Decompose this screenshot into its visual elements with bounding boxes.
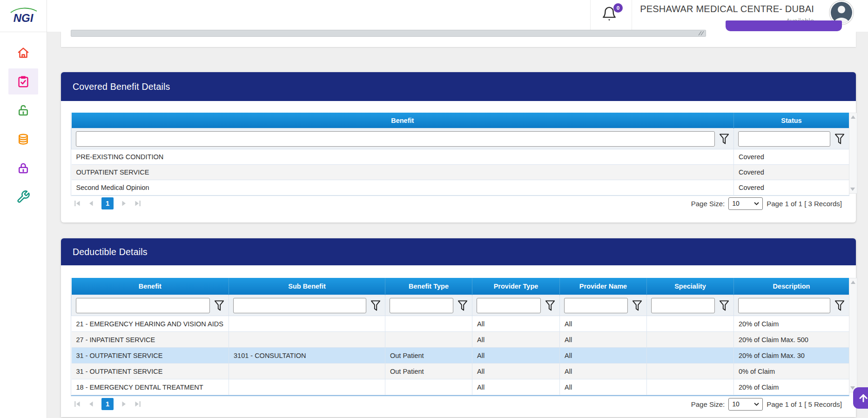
- column-header-provider-type[interactable]: Provider Type: [472, 278, 560, 295]
- lock-icon: [16, 161, 30, 175]
- filter-button[interactable]: [834, 133, 845, 145]
- last-page-button[interactable]: [134, 400, 141, 408]
- page-size-select[interactable]: 10: [728, 197, 763, 210]
- filter-button[interactable]: [719, 133, 729, 145]
- next-page-button[interactable]: [120, 200, 128, 207]
- table-cell: Second Medical Opinion: [72, 180, 734, 196]
- table-cell: Out Patient: [385, 348, 472, 364]
- app-logo[interactable]: NGI: [0, 0, 47, 32]
- filter-button[interactable]: [632, 300, 642, 311]
- arrow-up-icon: [857, 392, 868, 404]
- page-size-select[interactable]: 10: [728, 398, 763, 411]
- table-row[interactable]: 31 - OUTPATIENT SERVICEOut PatientAllAll…: [72, 364, 849, 379]
- table-row[interactable]: 21 - EMERGENCY HEARING AND VISION AIDSAl…: [72, 316, 849, 332]
- sub-benefit-filter-input[interactable]: [233, 298, 366, 313]
- prev-page-button[interactable]: [87, 200, 95, 207]
- scroll-up-arrow-icon[interactable]: [851, 115, 855, 119]
- description-filter-input[interactable]: [738, 298, 830, 313]
- table-row[interactable]: PRE-EXISTING CONDITIONCovered: [72, 149, 849, 165]
- table-row[interactable]: 18 - EMERGENCY DENTAL TREATMENTAllAll20%…: [72, 379, 849, 395]
- covered-benefit-details-card: Covered Benefit Details BenefitStatusPRE…: [61, 72, 856, 222]
- funnel-icon: [719, 133, 729, 145]
- column-header-sub-benefit[interactable]: Sub Benefit: [229, 278, 385, 295]
- horizontal-scrollbar[interactable]: [71, 30, 706, 37]
- provider-name-filter-input[interactable]: [564, 298, 628, 313]
- purple-button-fragment[interactable]: [726, 20, 842, 31]
- sidebar-item-benefits[interactable]: [8, 68, 38, 94]
- filter-cell-description: [734, 295, 849, 316]
- first-page-button[interactable]: [74, 400, 81, 408]
- scroll-down-arrow-icon[interactable]: [850, 188, 855, 191]
- column-header-speciality[interactable]: Speciality: [647, 278, 734, 295]
- benefit-filter-input[interactable]: [76, 131, 715, 147]
- table-cell: [385, 332, 472, 348]
- speciality-filter-input[interactable]: [651, 298, 715, 313]
- next-page-button[interactable]: [120, 400, 128, 408]
- column-header-benefit-type[interactable]: Benefit Type: [385, 278, 472, 295]
- vertical-scrollbar[interactable]: [849, 278, 857, 392]
- pagination-bar: 1 Page Size: 10 Page 1 of 1 [ 5 Records]: [71, 395, 848, 413]
- filter-cell-provider-type: [472, 295, 560, 316]
- table-cell: PRE-EXISTING CONDITION: [72, 149, 734, 165]
- sidebar-item-tools[interactable]: [8, 184, 38, 210]
- column-header-status[interactable]: Status: [734, 113, 849, 128]
- last-page-button[interactable]: [134, 200, 141, 207]
- funnel-icon: [632, 300, 642, 311]
- home-icon: [16, 46, 30, 60]
- filter-cell-benefit: [72, 295, 229, 316]
- table-cell: All: [472, 364, 560, 379]
- table-cell: [229, 316, 385, 332]
- card-title-bar: Deductible Details: [61, 238, 856, 265]
- funnel-icon: [214, 300, 224, 311]
- table-cell: All: [472, 332, 560, 348]
- table-cell: [647, 364, 734, 379]
- chevron-right-icon: [120, 400, 128, 408]
- filter-button[interactable]: [545, 300, 555, 311]
- deductible-details-card: Deductible Details BenefitSub BenefitBen…: [61, 238, 856, 417]
- vertical-scrollbar[interactable]: [849, 113, 857, 194]
- table-cell: 0% of Claim: [734, 364, 849, 379]
- filter-button[interactable]: [214, 300, 224, 311]
- column-header-provider-name[interactable]: Provider Name: [560, 278, 647, 295]
- sidebar-item-lock[interactable]: [8, 155, 38, 181]
- benefit-type-filter-input[interactable]: [390, 298, 453, 313]
- filter-button[interactable]: [834, 300, 845, 311]
- pagination-summary: Page 1 of 1 [ 5 Records]: [767, 400, 842, 408]
- table-cell: Out Patient: [385, 364, 472, 379]
- current-page-button[interactable]: 1: [101, 197, 114, 209]
- column-header-benefit[interactable]: Benefit: [72, 278, 229, 295]
- funnel-icon: [834, 300, 845, 311]
- filter-button[interactable]: [458, 300, 468, 311]
- filter-button[interactable]: [719, 300, 729, 311]
- table-row[interactable]: OUTPATIENT SERVICECovered: [72, 165, 849, 180]
- filter-button[interactable]: [370, 300, 381, 311]
- benefit-filter-input[interactable]: [76, 298, 210, 313]
- table-cell: All: [560, 316, 647, 332]
- table-row[interactable]: 27 - INPATIENT SERVICEAllAll20% of Claim…: [72, 332, 849, 348]
- column-header-description[interactable]: Description: [734, 278, 849, 295]
- page-size-label: Page Size:: [691, 200, 725, 208]
- table-cell: [647, 379, 734, 395]
- status-filter-input[interactable]: [738, 131, 830, 147]
- notifications-button[interactable]: 0: [601, 6, 621, 26]
- scroll-up-arrow-icon[interactable]: [851, 281, 855, 284]
- chevron-right-icon: [120, 200, 128, 207]
- filter-cell-provider-name: [560, 295, 647, 316]
- chevron-down-icon: [754, 202, 759, 205]
- scroll-to-top-button[interactable]: [853, 387, 868, 409]
- prev-page-button[interactable]: [87, 400, 95, 408]
- table-cell: Covered: [734, 180, 849, 196]
- skip-last-icon: [134, 200, 141, 207]
- card-title-bar: Covered Benefit Details: [61, 72, 856, 101]
- table-row[interactable]: 31 - OUTPATIENT SERVICE3101 - CONSULTATI…: [72, 348, 849, 364]
- sidebar-item-database[interactable]: [8, 126, 38, 152]
- column-header-benefit[interactable]: Benefit: [72, 113, 734, 128]
- table-row[interactable]: Second Medical OpinionCovered: [72, 180, 849, 196]
- sidebar-menu: [0, 32, 47, 213]
- provider-type-filter-input[interactable]: [477, 298, 541, 313]
- table-cell: OUTPATIENT SERVICE: [72, 165, 734, 180]
- current-page-button[interactable]: 1: [101, 398, 114, 410]
- sidebar-item-unlock[interactable]: [8, 97, 38, 123]
- first-page-button[interactable]: [74, 200, 81, 207]
- sidebar-item-home[interactable]: [8, 40, 38, 66]
